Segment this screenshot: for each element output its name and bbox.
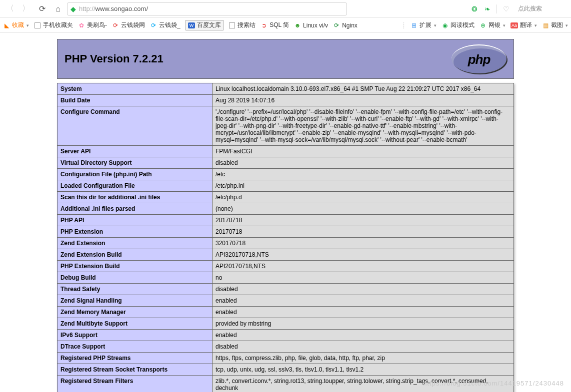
forward-button[interactable]: 〉 (19, 2, 33, 16)
bm-label: 翻译 (520, 21, 532, 29)
page-icon (228, 22, 236, 29)
bm-nginx[interactable]: ⟳ Nginx (333, 22, 358, 29)
config-key: PHP Extension Build (58, 261, 212, 272)
bm-yunqiandai-2[interactable]: ⟳ 云钱袋_ (150, 21, 180, 29)
bm-sql[interactable]: ➲ SQL 简 (260, 21, 289, 29)
bm-label: 阅读模式 (450, 21, 474, 29)
config-value: 20170718 (212, 215, 514, 226)
config-value: API20170718,NTS (212, 261, 514, 272)
cert-icon[interactable]: ❂ (470, 5, 478, 13)
page-content: PHP Version 7.2.21 php SystemLinux local… (0, 33, 571, 392)
table-row: Zend Extension BuildAPI320170718,NTS (58, 249, 514, 261)
bm-search-result[interactable]: 搜索结 (228, 21, 256, 29)
config-key: Build Date (58, 95, 212, 106)
reload-button[interactable]: ⟳ (35, 2, 49, 16)
bm-linux[interactable]: ☻ Linux vi/v (294, 22, 328, 29)
bm-mobile-fav[interactable]: 手机收藏夹 (34, 21, 73, 29)
config-key: Debug Build (58, 272, 212, 284)
bm-bank[interactable]: ⊕ 网银 ▾ (480, 21, 506, 29)
url-scheme: http:// (79, 5, 96, 12)
bm-label: 收藏 (12, 21, 24, 29)
chevron-down-icon: ▾ (566, 23, 568, 28)
page-title: PHP Version 7.2.21 (64, 52, 164, 65)
config-key: Server API (58, 146, 212, 157)
config-key: IPv6 Support (58, 330, 212, 341)
config-value: (none) (212, 203, 514, 215)
config-key: Configure Command (58, 106, 212, 146)
divider: ┊ (402, 22, 406, 29)
bm-reader-mode[interactable]: ◉ 阅读模式 (442, 21, 474, 29)
php-logo: php (452, 44, 506, 73)
baidu-icon: W (188, 22, 196, 28)
table-row: Virtual Directory Supportdisabled (58, 157, 514, 169)
config-key: Virtual Directory Support (58, 157, 212, 169)
config-value: enabled (212, 330, 514, 341)
bm-label: 截图 (551, 21, 563, 29)
table-row: Zend Memory Managerenabled (58, 307, 514, 318)
table-row: Configure Command'./configure' '--prefix… (58, 106, 514, 146)
config-value: enabled (212, 295, 514, 307)
php-header: PHP Version 7.2.21 php (57, 39, 514, 79)
flower-icon: ✿ (78, 22, 85, 29)
table-row: Configuration File (php.ini) Path/etc (58, 169, 514, 180)
bm-label: Linux vi/v (303, 22, 328, 29)
bm-label: 美刷鸟- (87, 21, 107, 29)
table-row: PHP Extension BuildAPI20170718,NTS (58, 261, 514, 272)
config-key: Scan this dir for additional .ini files (58, 192, 212, 203)
config-key: PHP Extension (58, 226, 212, 238)
config-value: disabled (212, 284, 514, 295)
config-value: provided by mbstring (212, 318, 514, 330)
table-row: IPv6 Supportenabled (58, 330, 514, 341)
back-button[interactable]: 〈 (3, 2, 17, 16)
reader-icon: ◉ (442, 22, 448, 29)
bm-baidu-wenku[interactable]: W 百度文库 (186, 20, 224, 30)
config-value: /etc/php.d (212, 192, 514, 203)
config-key: System (58, 83, 212, 95)
heart-icon[interactable]: ♡ (502, 5, 510, 13)
bm-label: 手机收藏夹 (43, 21, 73, 29)
config-value: Aug 28 2019 14:07:16 (212, 95, 514, 106)
bm-meishua[interactable]: ✿ 美刷鸟- (78, 21, 107, 29)
grid-icon: ⊞ (410, 22, 418, 29)
config-key: Registered PHP Streams (58, 353, 212, 364)
cloud-icon: ⟳ (150, 22, 157, 29)
table-row: PHP API20170718 (58, 215, 514, 226)
folder-icon (34, 22, 41, 29)
config-key: Zend Multibyte Support (58, 318, 212, 330)
bm-label: 扩展 (420, 21, 432, 29)
bm-screenshot[interactable]: ▦ 截图 ▾ (542, 21, 568, 29)
bm-label: 云钱袋网 (121, 21, 145, 29)
config-key: DTrace Support (58, 341, 212, 353)
bm-label: Nginx (342, 22, 358, 29)
table-row: Thread Safetydisabled (58, 284, 514, 295)
address-bar[interactable]: ◆ http://www.songao.com/ (67, 2, 347, 15)
config-key: Configuration File (php.ini) Path (58, 169, 212, 180)
table-row: PHP Extension20170718 (58, 226, 514, 238)
config-value: 20170718 (212, 226, 514, 238)
table-row: Additional .ini files parsed(none) (58, 203, 514, 215)
chevron-down-icon: ▾ (534, 23, 537, 28)
bookmarks-menu[interactable]: ◣ 收藏 ▾ (3, 21, 29, 29)
config-key: Zend Signal Handling (58, 295, 212, 307)
toolbar-right: ❂ ❧ ♡ 点此搜索 (470, 4, 568, 13)
browser-toolbar: 〈 〉 ⟳ ⌂ ◆ http://www.songao.com/ ❂ ❧ ♡ 点… (0, 0, 571, 18)
bm-label: 网银 (488, 21, 500, 29)
table-row: Zend Extension320170718 (58, 238, 514, 249)
config-value: /etc/php.ini (212, 180, 514, 192)
config-key: Zend Memory Manager (58, 307, 212, 318)
table-row: Loaded Configuration File/etc/php.ini (58, 180, 514, 192)
bm-extensions[interactable]: ⊞ 扩展 ▾ (410, 21, 436, 29)
config-value: disabled (212, 341, 514, 353)
bm-translate[interactable]: Aa 翻译 ▾ (510, 21, 537, 29)
table-row: Registered Stream Socket Transportstcp, … (58, 364, 514, 376)
bm-label: 百度文库 (197, 21, 221, 29)
table-row: Registered PHP Streamshttps, ftps, compr… (58, 353, 514, 364)
table-row: Server APIFPM/FastCGI (58, 146, 514, 157)
leaf-icon[interactable]: ❧ (484, 5, 492, 13)
chevron-down-icon: ▾ (26, 23, 29, 28)
config-key: Additional .ini files parsed (58, 203, 212, 215)
url-host: www.songao.com/ (96, 5, 148, 12)
home-button[interactable]: ⌂ (51, 2, 65, 16)
bm-yunqiandai-1[interactable]: ⟳ 云钱袋网 (112, 21, 145, 29)
search-hint[interactable]: 点此搜索 (515, 4, 565, 13)
